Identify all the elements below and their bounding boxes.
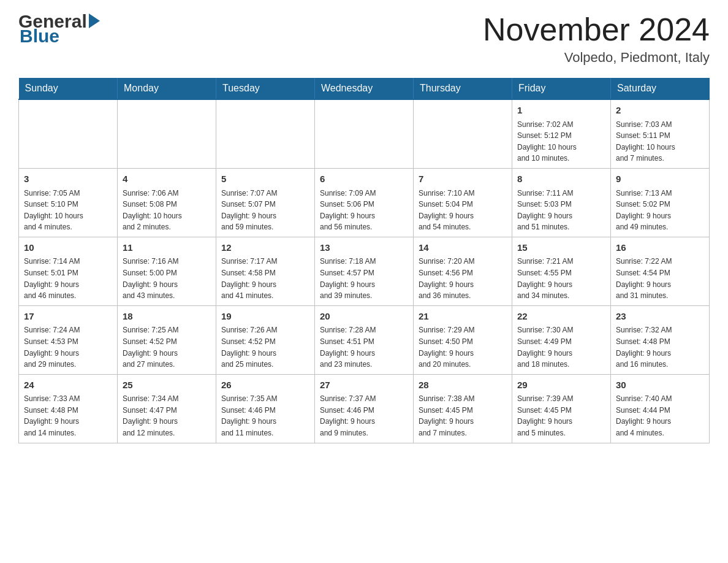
calendar-cell: 8Sunrise: 7:11 AM Sunset: 5:03 PM Daylig… [512,169,611,237]
day-number: 5 [221,172,309,186]
weekday-row: SundayMondayTuesdayWednesdayThursdayFrid… [19,78,710,99]
day-info: Sunrise: 7:17 AM Sunset: 4:58 PM Dayligh… [221,256,309,301]
calendar-cell: 6Sunrise: 7:09 AM Sunset: 5:06 PM Daylig… [315,169,414,237]
calendar-cell: 14Sunrise: 7:20 AM Sunset: 4:56 PM Dayli… [414,237,512,305]
calendar-cell: 16Sunrise: 7:22 AM Sunset: 4:54 PM Dayli… [611,237,710,305]
day-number: 29 [517,378,605,393]
calendar-header: SundayMondayTuesdayWednesdayThursdayFrid… [19,78,710,99]
day-number: 16 [616,241,704,255]
calendar-cell: 26Sunrise: 7:35 AM Sunset: 4:46 PM Dayli… [216,374,315,443]
calendar-row: 1Sunrise: 7:02 AM Sunset: 5:12 PM Daylig… [19,99,710,168]
logo-bottom: Blue [20,27,100,45]
calendar-row: 17Sunrise: 7:24 AM Sunset: 4:53 PM Dayli… [19,305,710,374]
calendar-cell: 19Sunrise: 7:26 AM Sunset: 4:52 PM Dayli… [216,305,315,374]
day-number: 9 [616,172,704,186]
calendar-cell: 13Sunrise: 7:18 AM Sunset: 4:57 PM Dayli… [315,237,414,305]
day-number: 4 [123,172,211,186]
calendar-table: SundayMondayTuesdayWednesdayThursdayFrid… [18,78,710,443]
calendar-cell: 17Sunrise: 7:24 AM Sunset: 4:53 PM Dayli… [19,305,118,374]
day-number: 14 [419,241,507,255]
day-number: 21 [419,310,507,324]
day-info: Sunrise: 7:28 AM Sunset: 4:51 PM Dayligh… [320,324,408,370]
calendar-cell: 7Sunrise: 7:10 AM Sunset: 5:04 PM Daylig… [414,169,512,237]
day-info: Sunrise: 7:33 AM Sunset: 4:48 PM Dayligh… [24,393,112,439]
day-info: Sunrise: 7:16 AM Sunset: 5:00 PM Dayligh… [123,256,211,301]
calendar-cell [414,99,512,168]
calendar-cell: 30Sunrise: 7:40 AM Sunset: 4:44 PM Dayli… [611,374,710,443]
day-info: Sunrise: 7:09 AM Sunset: 5:06 PM Dayligh… [320,188,408,233]
day-info: Sunrise: 7:34 AM Sunset: 4:47 PM Dayligh… [123,393,211,439]
day-info: Sunrise: 7:26 AM Sunset: 4:52 PM Dayligh… [221,324,309,370]
calendar-cell: 4Sunrise: 7:06 AM Sunset: 5:08 PM Daylig… [118,169,216,237]
calendar-cell: 9Sunrise: 7:13 AM Sunset: 5:02 PM Daylig… [611,169,710,237]
day-number: 27 [320,378,408,393]
weekday-header-saturday: Saturday [611,78,710,99]
day-info: Sunrise: 7:40 AM Sunset: 4:44 PM Dayligh… [616,393,704,439]
calendar-cell: 28Sunrise: 7:38 AM Sunset: 4:45 PM Dayli… [414,374,512,443]
day-info: Sunrise: 7:39 AM Sunset: 4:45 PM Dayligh… [517,393,605,439]
day-number: 7 [419,172,507,186]
day-number: 10 [24,241,112,255]
day-number: 17 [24,310,112,324]
day-info: Sunrise: 7:02 AM Sunset: 5:12 PM Dayligh… [517,119,605,164]
day-info: Sunrise: 7:35 AM Sunset: 4:46 PM Dayligh… [221,393,309,439]
day-info: Sunrise: 7:30 AM Sunset: 4:49 PM Dayligh… [517,324,605,370]
calendar-cell: 11Sunrise: 7:16 AM Sunset: 5:00 PM Dayli… [118,237,216,305]
day-number: 13 [320,241,408,255]
day-info: Sunrise: 7:38 AM Sunset: 4:45 PM Dayligh… [419,393,507,439]
day-number: 12 [221,241,309,255]
weekday-header-sunday: Sunday [19,78,118,99]
day-info: Sunrise: 7:20 AM Sunset: 4:56 PM Dayligh… [419,256,507,301]
logo: General Blue [18,12,100,45]
day-number: 23 [616,310,704,324]
calendar-cell: 1Sunrise: 7:02 AM Sunset: 5:12 PM Daylig… [512,99,611,168]
day-info: Sunrise: 7:37 AM Sunset: 4:46 PM Dayligh… [320,393,408,439]
calendar-row: 24Sunrise: 7:33 AM Sunset: 4:48 PM Dayli… [19,374,710,443]
day-info: Sunrise: 7:21 AM Sunset: 4:55 PM Dayligh… [517,256,605,301]
day-number: 1 [517,104,605,118]
day-info: Sunrise: 7:25 AM Sunset: 4:52 PM Dayligh… [123,324,211,370]
day-number: 8 [517,172,605,186]
day-info: Sunrise: 7:13 AM Sunset: 5:02 PM Dayligh… [616,188,704,233]
calendar-cell: 15Sunrise: 7:21 AM Sunset: 4:55 PM Dayli… [512,237,611,305]
day-info: Sunrise: 7:18 AM Sunset: 4:57 PM Dayligh… [320,256,408,301]
day-number: 19 [221,310,309,324]
day-info: Sunrise: 7:29 AM Sunset: 4:50 PM Dayligh… [419,324,507,370]
calendar-cell: 24Sunrise: 7:33 AM Sunset: 4:48 PM Dayli… [19,374,118,443]
calendar-cell [315,99,414,168]
day-number: 28 [419,378,507,393]
day-info: Sunrise: 7:06 AM Sunset: 5:08 PM Dayligh… [123,188,211,233]
logo-arrow-icon [89,13,100,28]
weekday-header-friday: Friday [512,78,611,99]
day-number: 2 [616,104,704,118]
calendar-cell: 25Sunrise: 7:34 AM Sunset: 4:47 PM Dayli… [118,374,216,443]
day-info: Sunrise: 7:11 AM Sunset: 5:03 PM Dayligh… [517,188,605,233]
calendar-cell: 2Sunrise: 7:03 AM Sunset: 5:11 PM Daylig… [611,99,710,168]
calendar-row: 3Sunrise: 7:05 AM Sunset: 5:10 PM Daylig… [19,169,710,237]
day-number: 25 [123,378,211,393]
day-info: Sunrise: 7:10 AM Sunset: 5:04 PM Dayligh… [419,188,507,233]
calendar-body: 1Sunrise: 7:02 AM Sunset: 5:12 PM Daylig… [19,99,710,443]
weekday-header-wednesday: Wednesday [315,78,414,99]
day-info: Sunrise: 7:22 AM Sunset: 4:54 PM Dayligh… [616,256,704,301]
day-number: 30 [616,378,704,393]
calendar-cell [19,99,118,168]
calendar-row: 10Sunrise: 7:14 AM Sunset: 5:01 PM Dayli… [19,237,710,305]
day-number: 24 [24,378,112,393]
calendar-cell: 21Sunrise: 7:29 AM Sunset: 4:50 PM Dayli… [414,305,512,374]
day-info: Sunrise: 7:24 AM Sunset: 4:53 PM Dayligh… [24,324,112,370]
day-info: Sunrise: 7:05 AM Sunset: 5:10 PM Dayligh… [24,188,112,233]
day-number: 22 [517,310,605,324]
calendar-cell: 23Sunrise: 7:32 AM Sunset: 4:48 PM Dayli… [611,305,710,374]
day-info: Sunrise: 7:14 AM Sunset: 5:01 PM Dayligh… [24,256,112,301]
day-number: 3 [24,172,112,186]
day-number: 18 [123,310,211,324]
page-header: General Blue November 2024 Volpedo, Pied… [18,12,710,66]
calendar-cell: 3Sunrise: 7:05 AM Sunset: 5:10 PM Daylig… [19,169,118,237]
calendar-cell: 22Sunrise: 7:30 AM Sunset: 4:49 PM Dayli… [512,305,611,374]
calendar-cell: 12Sunrise: 7:17 AM Sunset: 4:58 PM Dayli… [216,237,315,305]
day-info: Sunrise: 7:32 AM Sunset: 4:48 PM Dayligh… [616,324,704,370]
weekday-header-monday: Monday [118,78,216,99]
calendar-cell [118,99,216,168]
day-info: Sunrise: 7:07 AM Sunset: 5:07 PM Dayligh… [221,188,309,233]
